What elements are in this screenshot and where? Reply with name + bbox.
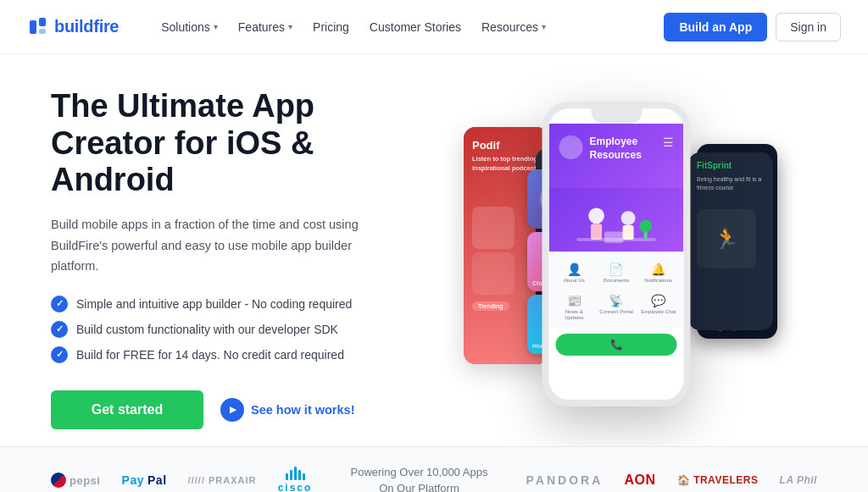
svg-rect-0 bbox=[30, 20, 36, 34]
chevron-down-icon: ▾ bbox=[542, 22, 546, 31]
nav-item-solutions[interactable]: Solutions ▾ bbox=[153, 15, 226, 39]
hero-actions: Get started See how it works! bbox=[51, 390, 398, 429]
logos-center-text: Powering Over 10,000 AppsOn Our Platform bbox=[334, 464, 505, 492]
powering-text: Powering Over 10,000 AppsOn Our Platform bbox=[351, 464, 488, 492]
logo-aon: AON bbox=[624, 473, 655, 488]
check-icon-3 bbox=[51, 346, 68, 363]
phone-nav-connect: 📡 Connect Portal bbox=[596, 290, 637, 325]
chevron-down-icon: ▾ bbox=[214, 22, 218, 31]
get-started-button[interactable]: Get started bbox=[51, 390, 203, 429]
navbar: buildfire Solutions ▾ Features ▾ Pricing… bbox=[0, 0, 868, 54]
phone-nav-docs: 📄 Documents bbox=[596, 258, 637, 288]
phone-nav-about: 👤 About Us bbox=[554, 258, 595, 288]
svg-point-5 bbox=[621, 211, 636, 225]
svg-point-9 bbox=[639, 219, 652, 232]
sign-in-button[interactable]: Sign in bbox=[776, 13, 841, 41]
svg-rect-1 bbox=[39, 18, 46, 26]
phone-illustration bbox=[549, 188, 684, 252]
fitsprint-title: FitSprint bbox=[697, 161, 765, 170]
hero-description: Build mobile apps in a fraction of the t… bbox=[51, 214, 373, 277]
phone-nav-notifs: 🔔 Notifications bbox=[638, 258, 679, 288]
logo-icon bbox=[27, 15, 51, 39]
phone-icon: 📞 bbox=[610, 339, 623, 351]
logo-cisco: cisco bbox=[278, 467, 313, 492]
check-icon-1 bbox=[51, 296, 68, 312]
nav-actions: Build an App Sign in bbox=[664, 13, 841, 41]
svg-rect-10 bbox=[604, 231, 624, 242]
hero-illustration: Podif Listen to top trending inspiration… bbox=[415, 102, 817, 415]
svg-rect-6 bbox=[623, 225, 634, 240]
phone-screen: Employee Resources ☰ bbox=[549, 124, 684, 400]
logo-travelers: 🏠 TRAVELERS bbox=[677, 474, 759, 486]
check-icon-2 bbox=[51, 321, 68, 338]
logo-pepsi: pepsi bbox=[51, 473, 100, 488]
play-icon bbox=[220, 398, 244, 422]
feature-item-2: Build custom functionality with our deve… bbox=[51, 321, 398, 338]
svg-rect-2 bbox=[39, 29, 46, 34]
logo-laphil: LA Phil bbox=[780, 474, 817, 486]
menu-icon: ☰ bbox=[663, 135, 674, 149]
feature-item-1: Simple and intuitive app builder - No co… bbox=[51, 296, 398, 312]
phone-nav-news: 📰 News & Updates bbox=[554, 290, 595, 325]
phone-nav-chat: 💬 Employee Chat bbox=[638, 290, 679, 325]
svg-point-3 bbox=[588, 207, 604, 224]
logo[interactable]: buildfire bbox=[27, 15, 119, 39]
pepsi-icon bbox=[51, 473, 66, 488]
chevron-down-icon: ▾ bbox=[288, 22, 292, 31]
logo-pandora: PANDORA bbox=[526, 473, 604, 487]
nav-item-customer-stories[interactable]: Customer Stories bbox=[361, 15, 470, 39]
phone-call-button[interactable]: 📞 bbox=[556, 334, 677, 356]
nav-item-pricing[interactable]: Pricing bbox=[304, 15, 358, 39]
main-phone-mockup: Employee Resources ☰ bbox=[542, 102, 691, 406]
nav-links: Solutions ▾ Features ▾ Pricing Customer … bbox=[153, 15, 664, 39]
build-app-button[interactable]: Build an App bbox=[664, 13, 767, 41]
hero-section: The Ultimate App Creator for iOS & Andro… bbox=[0, 54, 868, 446]
nav-item-features[interactable]: Features ▾ bbox=[230, 15, 301, 39]
trending-badge: Trending bbox=[472, 301, 509, 311]
phone-notch bbox=[591, 108, 642, 124]
avatar bbox=[559, 135, 583, 159]
phone-header-text: Employee Resources bbox=[583, 135, 663, 162]
hero-content: The Ultimate App Creator for iOS & Andro… bbox=[51, 88, 415, 429]
podcast-app-name: Podif bbox=[472, 139, 540, 152]
phone-nav-grid: 👤 About Us 📄 Documents 🔔 Notifications bbox=[549, 252, 684, 329]
logo-paypal: PayPal bbox=[122, 473, 167, 487]
feature-item-3: Build for FREE for 14 days. No credit ca… bbox=[51, 346, 398, 363]
logos-bar: pepsi PayPal ///// PRAXAIR cisco Powerin… bbox=[0, 446, 868, 492]
svg-rect-4 bbox=[591, 224, 602, 240]
app-card-fitsprint: FitSprint Being healthy and fit is a fit… bbox=[688, 152, 773, 330]
cisco-bars bbox=[286, 467, 305, 480]
logo-text: buildfire bbox=[54, 17, 119, 36]
phone-stack: Podif Listen to top trending inspiration… bbox=[438, 102, 794, 415]
hero-title: The Ultimate App Creator for iOS & Andro… bbox=[51, 88, 398, 199]
phone-app-header: Employee Resources ☰ bbox=[549, 124, 684, 187]
feature-list: Simple and intuitive app builder - No co… bbox=[51, 296, 398, 363]
nav-item-resources[interactable]: Resources ▾ bbox=[473, 15, 554, 39]
see-how-button[interactable]: See how it works! bbox=[220, 398, 354, 422]
logo-praxair: ///// PRAXAIR bbox=[188, 475, 257, 485]
